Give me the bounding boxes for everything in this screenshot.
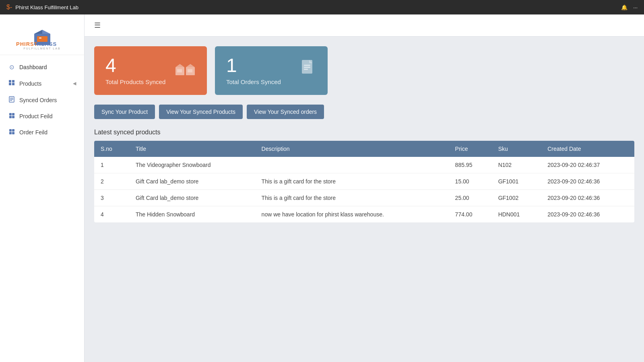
logo-sub: FULFILLMENT LAB [23, 47, 60, 50]
cell-sku: GF1002 [492, 190, 541, 206]
sidebar-item-order-feild-label: Order Feild [19, 129, 47, 136]
table-section: Latest synced products S.no Title Descri… [94, 129, 634, 222]
sidebar-logo: PHIRST KLASS FULFILLMENT LAB [0, 14, 84, 55]
svg-rect-20 [9, 132, 12, 134]
cell-title: The Videographer Snowboard [129, 157, 255, 173]
hamburger-icon[interactable]: ☰ [94, 21, 101, 30]
app-icon: $- [6, 4, 12, 11]
svg-rect-22 [12, 132, 14, 134]
table-row: 1The Videographer Snowboard885.95N102202… [94, 157, 634, 173]
svg-rect-10 [12, 80, 14, 82]
cell-created_date: 2023-09-20 02:46:36 [541, 206, 634, 223]
svg-marker-24 [175, 64, 184, 67]
svg-rect-12 [10, 98, 13, 99]
products-arrow-icon: ◀ [73, 81, 76, 86]
sidebar-item-products[interactable]: Products ◀ [0, 75, 84, 92]
sidebar-item-dashboard[interactable]: ⊙ Dashboard [0, 59, 84, 75]
view-synced-products-button[interactable]: View Your Synced Products [159, 105, 243, 119]
cell-created_date: 2023-09-20 02:46:36 [541, 173, 634, 190]
svg-rect-14 [10, 100, 12, 101]
svg-rect-28 [188, 69, 192, 72]
sidebar-item-products-label: Products [19, 80, 41, 87]
table-row: 3Gift Card lab_demo storeThis is a gift … [94, 190, 634, 206]
cell-description: This is a gift card for the store [255, 190, 449, 206]
content-header: ☰ [85, 14, 644, 37]
sync-product-button[interactable]: Sync Your Product [94, 105, 155, 119]
cell-price: 25.00 [449, 190, 492, 206]
sidebar-nav: ⊙ Dashboard Products ◀ [0, 55, 84, 144]
cell-price: 15.00 [449, 173, 492, 190]
cell-price: 774.00 [449, 206, 492, 223]
svg-marker-2 [42, 30, 50, 34]
sidebar-item-dashboard-label: Dashboard [19, 64, 47, 70]
synced-orders-icon [8, 96, 15, 104]
action-buttons: Sync Your Product View Your Synced Produ… [94, 105, 634, 119]
svg-marker-27 [186, 64, 195, 67]
products-icon [8, 80, 15, 87]
svg-rect-25 [177, 69, 182, 72]
dashboard-icon: ⊙ [8, 64, 15, 71]
cell-title: The Hidden Snowboard [129, 206, 255, 223]
svg-marker-1 [34, 30, 42, 34]
svg-rect-32 [304, 67, 310, 68]
order-feild-icon [8, 129, 15, 136]
top-bar: $- Phirst Klass Fulfillment Lab 🔔 ··· [0, 0, 644, 14]
cell-sku: N102 [492, 157, 541, 173]
view-synced-orders-button[interactable]: View Your Synced orders [247, 105, 324, 119]
stat-card-orders-left: 1 Total Orders Synced [226, 56, 281, 85]
sidebar-item-synced-orders[interactable]: Synced Orders [0, 92, 84, 108]
cell-description [255, 157, 449, 173]
svg-rect-13 [10, 99, 13, 100]
dashboard-body: 4 Total Products Synced [85, 37, 644, 232]
orders-card-icon [299, 59, 316, 82]
svg-text:PHIRST: PHIRST [16, 41, 38, 47]
bell-icon[interactable]: 🔔 [621, 4, 627, 10]
cell-sku: HDN001 [492, 206, 541, 223]
svg-rect-18 [12, 116, 14, 118]
svg-rect-33 [304, 69, 308, 70]
svg-rect-7 [9, 83, 11, 85]
product-feild-icon [8, 113, 15, 120]
sidebar-item-order-feild[interactable]: Order Feild [0, 124, 84, 140]
stat-cards: 4 Total Products Synced [94, 46, 634, 95]
svg-text:KLASS: KLASS [37, 41, 57, 47]
more-icon[interactable]: ··· [633, 4, 638, 10]
main-content: ☰ 4 Total Products Synced [85, 14, 644, 362]
cell-sno: 3 [94, 190, 129, 206]
svg-rect-19 [9, 129, 12, 132]
svg-rect-16 [9, 116, 12, 118]
cell-title: Gift Card lab_demo store [129, 173, 255, 190]
products-card-icon [175, 59, 196, 82]
svg-rect-15 [9, 113, 12, 115]
table-title: Latest synced products [94, 129, 634, 136]
cell-sno: 2 [94, 173, 129, 190]
svg-rect-9 [9, 80, 11, 82]
products-table: S.no Title Description Price Sku Created… [94, 141, 634, 222]
cell-price: 885.95 [449, 157, 492, 173]
cell-description: This is a gift card for the store [255, 173, 449, 190]
table-row: 4The Hidden Snowboardnow we have locatio… [94, 206, 634, 223]
orders-label: Total Orders Synced [226, 78, 281, 85]
sidebar-item-product-feild-label: Product Feild [19, 113, 52, 119]
app-body: PHIRST KLASS FULFILLMENT LAB ⊙ Dashboard [0, 14, 644, 362]
top-bar-left: $- Phirst Klass Fulfillment Lab [6, 4, 78, 11]
cell-sno: 1 [94, 157, 129, 173]
sidebar-item-product-feild[interactable]: Product Feild [0, 108, 84, 124]
svg-rect-17 [12, 113, 14, 115]
logo-svg: PHIRST KLASS [16, 22, 68, 48]
cell-sno: 4 [94, 206, 129, 223]
cell-description: now we have location for phirst klass wa… [255, 206, 449, 223]
sidebar: PHIRST KLASS FULFILLMENT LAB ⊙ Dashboard [0, 14, 85, 362]
logo-box: PHIRST KLASS FULFILLMENT LAB [6, 22, 78, 50]
col-price: Price [449, 141, 492, 157]
top-bar-right: 🔔 ··· [621, 4, 638, 10]
col-sno: S.no [94, 141, 129, 157]
app-title: Phirst Klass Fulfillment Lab [15, 4, 78, 10]
cell-created_date: 2023-09-20 02:46:37 [541, 157, 634, 173]
stat-card-products-left: 4 Total Products Synced [105, 56, 165, 85]
svg-rect-21 [12, 129, 14, 132]
svg-rect-4 [39, 37, 41, 39]
svg-rect-8 [12, 83, 14, 85]
col-title: Title [129, 141, 255, 157]
stat-card-products: 4 Total Products Synced [94, 46, 207, 95]
